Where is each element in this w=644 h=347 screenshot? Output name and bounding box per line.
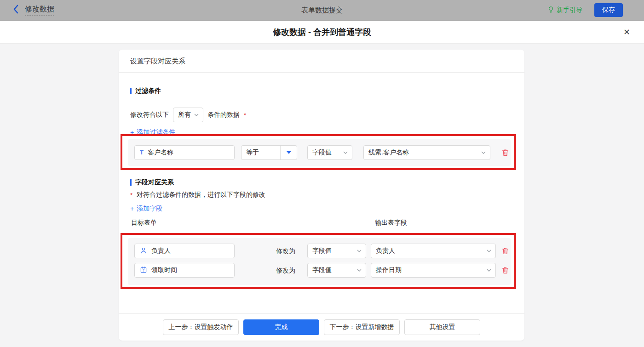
settings-card: 设置字段对应关系 过滤条件 修改符合以下 所有 条件的数据 * + 添加过滤条件 [119, 50, 524, 341]
chevron-down-icon [487, 250, 495, 252]
filter-condition-row: T 客户名称 等于 字段值 线索.客户名称 [128, 139, 511, 166]
value-type-select[interactable]: 字段值 [307, 263, 366, 278]
match-mode-select[interactable]: 所有 [173, 108, 203, 122]
page: 修改数据 表单数据提交 新手引导 保存 修改数据 - 合并到普通字段 ✕ 设置字… [0, 0, 644, 347]
divider [128, 230, 515, 230]
section-bar-icon [130, 179, 132, 186]
filter-section-title: 过滤条件 [130, 87, 161, 95]
mapping-rows-container: 负责人 修改为 字段值 负责人 7 [128, 238, 511, 285]
filter-field-input[interactable]: T 客户名称 [134, 145, 235, 160]
required-asterisk: * [244, 112, 246, 119]
operator-caret-button[interactable] [280, 146, 297, 159]
chevron-down-icon [357, 250, 366, 252]
filter-sentence: 修改符合以下 所有 条件的数据 * [130, 108, 246, 122]
delete-condition-trash-icon[interactable] [501, 148, 509, 157]
svg-text:7: 7 [143, 268, 144, 272]
delete-row-trash-icon[interactable] [501, 266, 509, 274]
value-select[interactable]: 线索.客户名称 [363, 145, 490, 160]
plus-icon: + [130, 129, 134, 136]
beginner-guide-label: 新手引导 [557, 6, 582, 14]
chevron-down-icon [194, 114, 203, 116]
footer-buttons: 上一步：设置触发动作 完成 下一步：设置新增数据 其他设置 [119, 319, 524, 335]
lightbulb-icon [547, 6, 554, 15]
caret-down-icon [287, 151, 291, 154]
output-field-select[interactable]: 操作日期 [371, 263, 496, 278]
modal-header: 修改数据 - 合并到普通字段 ✕ [0, 21, 644, 44]
operator-select[interactable]: 等于 [241, 145, 297, 160]
text-field-icon: T [140, 149, 144, 156]
target-field-input[interactable]: 负责人 [134, 244, 235, 258]
beginner-guide-link[interactable]: 新手引导 [547, 6, 582, 15]
mapping-section-title: 字段对应关系 [130, 178, 174, 187]
prev-step-button[interactable]: 上一步：设置触发动作 [163, 319, 239, 335]
value-type-select[interactable]: 字段值 [307, 145, 352, 160]
add-field-link[interactable]: + 添加字段 [130, 205, 162, 213]
user-icon [140, 247, 147, 256]
topbar-actions: 新手引导 保存 [547, 3, 644, 17]
output-field-select[interactable]: 负责人 [371, 244, 496, 258]
topbar: 修改数据 表单数据提交 新手引导 保存 [0, 0, 644, 21]
section-bar-icon [130, 88, 132, 94]
save-button[interactable]: 保存 [594, 3, 623, 17]
chevron-down-icon [357, 269, 366, 272]
calendar-icon: 7 [140, 266, 147, 275]
add-filter-condition-link[interactable]: + 添加过滤条件 [130, 128, 175, 137]
other-settings-button[interactable]: 其他设置 [404, 319, 480, 335]
required-asterisk: * [130, 192, 132, 199]
modify-to-label: 修改为 [276, 267, 295, 275]
value-type-select[interactable]: 字段值 [307, 244, 366, 258]
chevron-down-icon [481, 151, 490, 154]
sentence-suffix: 条件的数据 [207, 111, 240, 119]
chevron-down-icon [343, 151, 352, 154]
col-target-form: 目标表单 [131, 219, 157, 227]
modify-to-label: 修改为 [276, 247, 295, 256]
sentence-prefix: 修改符合以下 [130, 111, 169, 119]
target-field-input[interactable]: 7 领取时间 [134, 263, 235, 278]
done-button[interactable]: 完成 [243, 319, 319, 335]
modal-title: 修改数据 - 合并到普通字段 [0, 21, 644, 44]
next-step-button[interactable]: 下一步：设置新增数据 [324, 319, 400, 335]
close-icon[interactable]: ✕ [621, 21, 633, 44]
col-output-field: 输出表字段 [375, 219, 407, 227]
divider [119, 313, 524, 314]
plus-icon: + [130, 205, 134, 212]
card-header: 设置字段对应关系 [119, 50, 524, 73]
chevron-down-icon [487, 269, 495, 272]
delete-row-trash-icon[interactable] [501, 247, 509, 255]
card-header-title: 设置字段对应关系 [130, 50, 185, 73]
mapping-description: * 对符合过滤条件的数据，进行以下字段的修改 [130, 190, 265, 199]
